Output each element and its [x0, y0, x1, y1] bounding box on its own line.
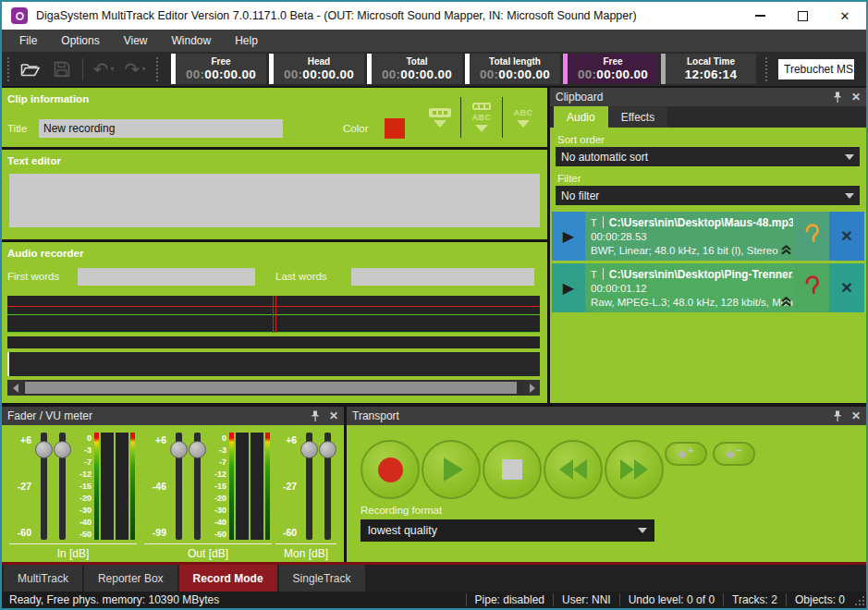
tab-singletrack[interactable]: SingleTrack: [279, 565, 365, 592]
counter-value: 00:00:00.00: [284, 67, 354, 81]
add-marker-button[interactable]: ◆+: [665, 442, 707, 466]
undo-icon: ↶: [93, 60, 109, 79]
abc-icon: ABC: [514, 108, 533, 117]
text-editor-header: Text editor: [7, 155, 61, 166]
play-button[interactable]: [422, 440, 481, 499]
toolbar-grip[interactable]: [156, 57, 158, 81]
menu-options[interactable]: Options: [51, 31, 109, 50]
fader-knob[interactable]: [319, 441, 336, 458]
title-label: Title: [7, 123, 39, 134]
waveform-display[interactable]: [7, 296, 540, 333]
fast-forward-button[interactable]: [605, 440, 664, 499]
sort-order-label: Sort order: [557, 134, 605, 145]
counter-label: Total length: [489, 56, 541, 67]
undo-button[interactable]: ↶ ▾: [88, 56, 119, 82]
clipboard-entry[interactable]: ▶ T C:\Users\nin\Desktop\Maus-48.mp3.wav…: [552, 212, 864, 261]
tab-record-mode[interactable]: Record Mode: [179, 565, 277, 592]
play-icon: ▶: [563, 279, 574, 297]
tab-effects[interactable]: Effects: [608, 106, 667, 128]
recording-format-select[interactable]: lowest quality: [361, 519, 654, 542]
first-words-input[interactable]: [78, 268, 255, 286]
fader-slider[interactable]: [301, 433, 317, 540]
counter-local-time: Local Time 12:06:14: [661, 54, 756, 84]
menu-window[interactable]: Window: [162, 31, 222, 50]
scroll-left-button[interactable]: [7, 380, 23, 396]
fader-knob[interactable]: [54, 441, 71, 458]
playhead-cursor[interactable]: [273, 296, 274, 333]
scrollbar-thumb[interactable]: [25, 382, 517, 394]
playhead-cursor[interactable]: [275, 296, 276, 333]
fader-group-mon: +6-27-60 Mon [dB]: [275, 433, 336, 560]
record-button[interactable]: [361, 440, 420, 499]
vu-meter-bar: [251, 433, 263, 540]
fader-knob[interactable]: [300, 441, 318, 458]
fader-slider[interactable]: [189, 433, 206, 540]
title-color-dropdown-button[interactable]: ABC: [461, 94, 502, 140]
maximize-button[interactable]: [781, 2, 824, 30]
entry-duration: 00:00:28.53: [591, 230, 793, 244]
open-file-button[interactable]: [15, 56, 46, 82]
tab-multitrack[interactable]: MultiTrack: [4, 565, 82, 592]
title-input[interactable]: [39, 119, 283, 138]
counter-value: 12:06:14: [685, 67, 737, 81]
remove-marker-button[interactable]: ◆−: [713, 442, 755, 466]
dropdown-arrow-icon: [845, 154, 854, 160]
sort-order-select[interactable]: No automatic sort: [556, 147, 860, 166]
waveform-scrollbar[interactable]: [7, 380, 540, 396]
tab-reporter-box[interactable]: Reporter Box: [84, 565, 177, 592]
diamond-icon: ◆: [727, 447, 735, 460]
rewind-button[interactable]: [544, 440, 603, 499]
entry-play-button[interactable]: ▶: [552, 212, 585, 261]
dropdown-arrow-icon: [517, 120, 530, 128]
fader-group-in: +6-27-60 0-3-7-12-15-20-30-40-50 In [dB]: [9, 433, 137, 560]
fader-knob[interactable]: [189, 441, 206, 458]
pin-icon[interactable]: [833, 92, 842, 104]
close-icon[interactable]: ✕: [329, 409, 338, 422]
recording-format-label: Recording format: [361, 505, 442, 516]
toolbar-grip[interactable]: [765, 57, 767, 81]
pin-icon[interactable]: [311, 410, 320, 422]
save-button[interactable]: [46, 56, 78, 82]
text-style-dropdown-button[interactable]: ABC: [503, 94, 544, 140]
entry-remove-button[interactable]: ✕: [829, 212, 864, 261]
toolbar-grip[interactable]: [7, 57, 9, 81]
fader-knob[interactable]: [35, 441, 53, 458]
entry-format: BWF, Linear; 48.0 kHz, 16 bit (l), Stere…: [591, 244, 793, 258]
fader-slider[interactable]: [320, 433, 336, 540]
close-icon[interactable]: ✕: [851, 409, 861, 422]
counter-total: Total 00:00:00.00: [367, 54, 462, 84]
close-icon[interactable]: ✕: [851, 91, 861, 104]
resize-grip[interactable]: [855, 594, 864, 605]
entry-play-button[interactable]: ▶: [552, 263, 585, 312]
scroll-right-button[interactable]: [524, 380, 540, 396]
fader-slider[interactable]: [55, 433, 71, 540]
fader-slider[interactable]: [171, 433, 188, 540]
clip-color-dropdown-button[interactable]: [420, 94, 460, 140]
menu-help[interactable]: Help: [225, 31, 268, 50]
fader-knob[interactable]: [170, 441, 188, 458]
filter-select[interactable]: No filter: [556, 186, 860, 205]
pin-icon[interactable]: [833, 410, 842, 422]
redo-dropdown-arrow-icon[interactable]: ▾: [141, 65, 145, 73]
tab-audio[interactable]: Audio: [554, 106, 608, 128]
entry-monitor-button[interactable]: [795, 212, 829, 261]
status-undo-level: Undo level: 0 of 0: [619, 593, 723, 606]
menu-view[interactable]: View: [114, 31, 158, 50]
font-select[interactable]: Trebuchet MS: [778, 59, 854, 79]
minimize-button[interactable]: [739, 2, 781, 30]
text-editor-textarea[interactable]: [9, 174, 540, 227]
stop-button[interactable]: [483, 440, 542, 499]
collapse-chevron-icon[interactable]: [780, 242, 792, 259]
entry-remove-button[interactable]: ✕: [829, 263, 864, 312]
redo-button[interactable]: ↷ ▾: [119, 56, 151, 82]
entry-monitor-button[interactable]: [795, 263, 829, 312]
menu-file[interactable]: File: [9, 31, 47, 50]
color-swatch[interactable]: [385, 118, 405, 139]
last-words-input[interactable]: [351, 268, 534, 286]
undo-dropdown-arrow-icon[interactable]: ▾: [110, 65, 114, 73]
collapse-chevron-icon[interactable]: [780, 294, 792, 311]
close-button[interactable]: ✕: [824, 2, 866, 30]
clipboard-entry[interactable]: ▶ T C:\Users\nin\Desktop\Ping-Trenner.MP…: [552, 263, 864, 312]
vu-gradient-strip: [265, 433, 270, 540]
fader-slider[interactable]: [36, 433, 53, 540]
